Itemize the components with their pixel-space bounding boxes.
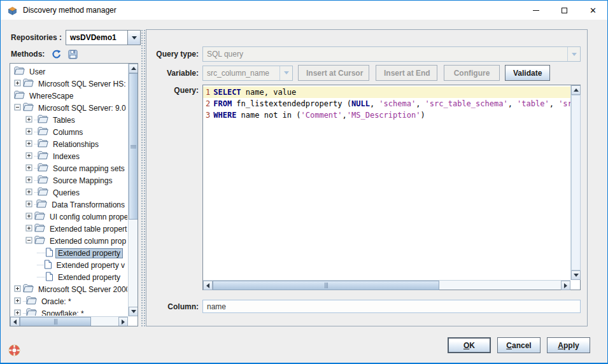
tree-item-label: Queries bbox=[50, 188, 82, 198]
scroll-right-button[interactable] bbox=[118, 317, 128, 326]
folder-icon bbox=[38, 127, 48, 137]
column-label: Column: bbox=[146, 302, 199, 311]
expand-plus-icon[interactable] bbox=[25, 152, 32, 161]
editor-hscroll-thumb[interactable] bbox=[213, 281, 439, 290]
collapse-minus-icon[interactable] bbox=[25, 237, 32, 246]
tree-item[interactable]: Extended property bbox=[37, 247, 127, 259]
tree-item[interactable]: UI config column prope bbox=[25, 211, 127, 223]
tree-item[interactable]: User bbox=[14, 66, 127, 78]
apply-button[interactable]: Apply bbox=[547, 337, 590, 353]
tree-item[interactable]: Tables bbox=[25, 114, 127, 126]
triangle-right-icon bbox=[122, 319, 125, 325]
sql-string: 'schema' bbox=[379, 99, 416, 108]
expand-plus-icon[interactable] bbox=[25, 225, 32, 234]
editor-vertical-scrollbar[interactable] bbox=[570, 85, 580, 280]
tree-item[interactable]: Extended property bbox=[37, 271, 127, 283]
expand-plus-icon[interactable] bbox=[25, 116, 32, 125]
tree-item-label: Oracle: * bbox=[39, 297, 74, 307]
save-icon[interactable] bbox=[67, 49, 78, 59]
tree-item[interactable]: Source Mappings bbox=[25, 174, 127, 186]
tree-item[interactable]: Relationships bbox=[25, 138, 127, 150]
expand-plus-icon[interactable] bbox=[14, 297, 21, 306]
folder-icon bbox=[14, 66, 25, 77]
refresh-icon[interactable] bbox=[51, 49, 61, 59]
triangle-left-icon bbox=[206, 283, 209, 288]
expand-plus-icon[interactable] bbox=[14, 285, 21, 294]
editor-horizontal-scrollbar[interactable] bbox=[203, 280, 570, 290]
repositories-combobox[interactable]: wsDVDemo1 bbox=[66, 30, 141, 45]
maximize-icon bbox=[562, 8, 567, 13]
expand-plus-icon[interactable] bbox=[25, 213, 32, 221]
folder-icon bbox=[23, 102, 34, 113]
tree-item[interactable]: Microsoft SQL Server HS: 9 bbox=[14, 78, 127, 90]
tree-item-label: Relationships bbox=[50, 139, 101, 150]
repositories-label: Repositories : bbox=[11, 33, 62, 42]
scroll-up-button[interactable] bbox=[571, 85, 581, 95]
code-line[interactable]: 1SELECT name, value bbox=[203, 87, 570, 98]
scroll-down-button[interactable] bbox=[129, 307, 138, 316]
close-button[interactable]: ✕ bbox=[579, 1, 607, 20]
expand-plus-icon[interactable] bbox=[25, 188, 32, 197]
document-icon bbox=[45, 272, 53, 283]
tree-item[interactable]: Snowflake: * bbox=[14, 307, 127, 316]
code-line[interactable]: 3WHERE name not in ('Comment','MS_Descri… bbox=[203, 109, 570, 121]
tree-item[interactable]: Extended column prop bbox=[25, 235, 127, 247]
tree-connector bbox=[37, 253, 45, 253]
tree-item-label: Microsoft SQL Server HS: 9 bbox=[36, 79, 127, 89]
maximize-button[interactable] bbox=[550, 1, 579, 20]
collapse-minus-icon[interactable] bbox=[14, 104, 21, 113]
tree-item[interactable]: Microsoft SQL Server 2000 bbox=[14, 283, 127, 295]
expand-plus-icon[interactable] bbox=[14, 309, 21, 316]
tree-item[interactable]: Microsoft SQL Server: 9.0 - bbox=[14, 102, 127, 114]
expand-plus-icon[interactable] bbox=[14, 80, 21, 88]
expand-plus-icon[interactable] bbox=[25, 200, 32, 209]
tree-item[interactable]: Extended property v bbox=[37, 259, 127, 271]
cancel-button[interactable]: Cancel bbox=[497, 337, 541, 353]
tree-item[interactable]: Columns bbox=[25, 126, 127, 138]
tree-vertical-scrollbar[interactable] bbox=[128, 64, 138, 316]
tree-item[interactable]: Data Transformations bbox=[25, 199, 127, 211]
scroll-right-button[interactable] bbox=[561, 281, 570, 290]
scroll-left-button[interactable] bbox=[10, 317, 20, 326]
tree-item[interactable]: Extended table propert bbox=[25, 223, 127, 235]
expand-plus-icon[interactable] bbox=[25, 164, 32, 173]
tree-item-label: Source Mappings bbox=[50, 176, 115, 186]
tree-item-label: User bbox=[27, 67, 48, 77]
minimize-icon bbox=[533, 10, 539, 11]
panel-splitter[interactable] bbox=[141, 29, 145, 326]
minimize-button[interactable] bbox=[521, 1, 550, 20]
title-bar[interactable]: Discovery method manager ✕ bbox=[1, 1, 607, 20]
column-field[interactable]: name bbox=[202, 300, 581, 313]
expand-plus-icon[interactable] bbox=[25, 176, 32, 185]
expand-plus-icon[interactable] bbox=[25, 140, 32, 149]
tree-hscroll-thumb[interactable] bbox=[20, 317, 91, 326]
editor-vscroll-thumb[interactable] bbox=[571, 95, 581, 270]
code-line[interactable]: 2FROM fn_listextendedproperty (NULL, 'sc… bbox=[203, 98, 570, 109]
scroll-down-button[interactable] bbox=[571, 270, 581, 280]
tree-item[interactable]: Indexes bbox=[25, 150, 127, 162]
sql-string: 'MS_Description' bbox=[347, 111, 421, 120]
tree-item[interactable]: Oracle: * bbox=[14, 295, 127, 307]
scroll-up-button[interactable] bbox=[129, 64, 138, 73]
expand-plus-icon[interactable] bbox=[25, 128, 32, 137]
tree-horizontal-scrollbar[interactable] bbox=[10, 316, 128, 326]
variable-label: Variable: bbox=[146, 69, 199, 78]
life-buoy-icon[interactable] bbox=[8, 344, 20, 356]
scroll-left-button[interactable] bbox=[203, 281, 213, 290]
query-code-area[interactable]: 1SELECT name, value2FROM fn_listextended… bbox=[203, 85, 570, 280]
ok-button[interactable]: OK bbox=[448, 337, 491, 353]
tree-item-label: Tables bbox=[50, 115, 78, 125]
tree-item[interactable]: WhereScape bbox=[14, 90, 127, 102]
validate-button[interactable]: Validate bbox=[505, 65, 550, 81]
query-editor[interactable]: 1SELECT name, value2FROM fn_listextended… bbox=[202, 85, 581, 290]
tree-item[interactable]: Source mapping sets bbox=[25, 162, 127, 174]
folder-icon bbox=[26, 308, 37, 316]
repositories-dropdown-arrow[interactable] bbox=[127, 31, 140, 45]
sql-text: name not in ( bbox=[236, 111, 300, 120]
wherescape-app-icon bbox=[7, 5, 18, 15]
tree-vscroll-thumb[interactable] bbox=[129, 73, 138, 220]
thumb-grip bbox=[54, 319, 57, 325]
tree-item[interactable]: Queries bbox=[25, 186, 127, 199]
folder-icon bbox=[38, 163, 48, 174]
sql-keyword: SELECT bbox=[213, 88, 241, 97]
